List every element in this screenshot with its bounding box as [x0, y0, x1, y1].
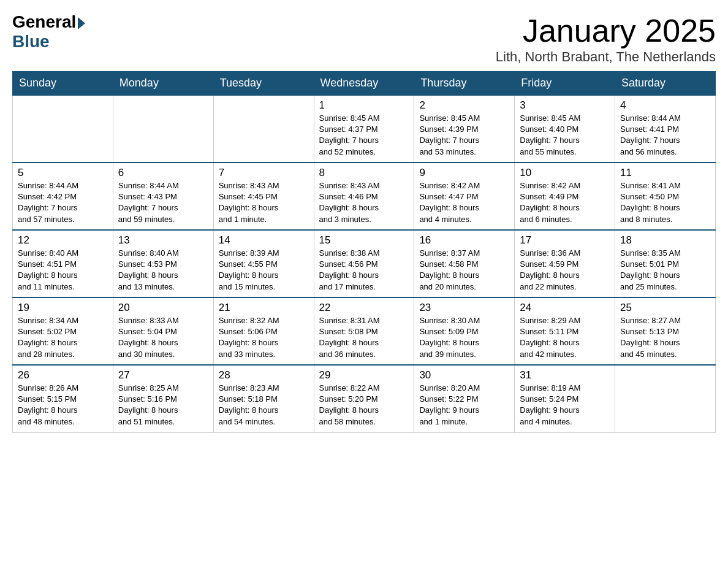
col-header-sunday: Sunday — [13, 72, 113, 96]
calendar-cell: 15Sunrise: 8:38 AMSunset: 4:56 PMDayligh… — [314, 230, 414, 297]
day-number: 22 — [319, 302, 409, 314]
day-info: Sunrise: 8:36 AMSunset: 4:59 PMDaylight:… — [520, 248, 610, 293]
calendar-cell: 7Sunrise: 8:43 AMSunset: 4:45 PMDaylight… — [213, 163, 314, 230]
col-header-saturday: Saturday — [615, 72, 716, 96]
location-text: Lith, North Brabant, The Netherlands — [496, 49, 716, 65]
day-number: 5 — [18, 167, 108, 179]
week-row-1: 1Sunrise: 8:45 AMSunset: 4:37 PMDaylight… — [13, 95, 716, 163]
logo-general-text: General — [12, 12, 76, 32]
calendar-cell: 2Sunrise: 8:45 AMSunset: 4:39 PMDaylight… — [414, 95, 515, 163]
day-number: 13 — [118, 234, 208, 247]
day-number: 4 — [620, 99, 710, 112]
calendar-cell: 18Sunrise: 8:35 AMSunset: 5:01 PMDayligh… — [615, 230, 716, 297]
calendar-table: SundayMondayTuesdayWednesdayThursdayFrid… — [12, 71, 716, 433]
calendar-cell — [615, 365, 716, 432]
calendar-cell — [213, 95, 314, 163]
calendar-cell: 19Sunrise: 8:34 AMSunset: 5:02 PMDayligh… — [13, 297, 113, 365]
day-number: 12 — [18, 234, 108, 247]
calendar-cell: 28Sunrise: 8:23 AMSunset: 5:18 PMDayligh… — [213, 365, 314, 432]
col-header-friday: Friday — [515, 72, 615, 96]
day-number: 24 — [520, 302, 610, 314]
day-info: Sunrise: 8:25 AMSunset: 5:16 PMDaylight:… — [118, 383, 208, 427]
calendar-cell: 31Sunrise: 8:19 AMSunset: 5:24 PMDayligh… — [515, 365, 615, 432]
logo-arrow-icon — [78, 17, 85, 29]
col-header-tuesday: Tuesday — [213, 72, 314, 96]
day-info: Sunrise: 8:23 AMSunset: 5:18 PMDaylight:… — [219, 383, 309, 427]
calendar-cell: 21Sunrise: 8:32 AMSunset: 5:06 PMDayligh… — [213, 297, 314, 365]
day-number: 30 — [419, 369, 509, 381]
day-number: 6 — [118, 167, 208, 179]
calendar-cell: 27Sunrise: 8:25 AMSunset: 5:16 PMDayligh… — [113, 365, 213, 432]
day-info: Sunrise: 8:26 AMSunset: 5:15 PMDaylight:… — [18, 383, 108, 427]
calendar-cell: 1Sunrise: 8:45 AMSunset: 4:37 PMDaylight… — [314, 95, 414, 163]
day-info: Sunrise: 8:35 AMSunset: 5:01 PMDaylight:… — [620, 248, 710, 293]
calendar-cell: 20Sunrise: 8:33 AMSunset: 5:04 PMDayligh… — [113, 297, 213, 365]
day-info: Sunrise: 8:42 AMSunset: 4:49 PMDaylight:… — [520, 180, 610, 225]
logo-blue-text: Blue — [12, 32, 50, 52]
day-number: 19 — [18, 302, 108, 314]
calendar-cell: 17Sunrise: 8:36 AMSunset: 4:59 PMDayligh… — [515, 230, 615, 297]
calendar-cell: 22Sunrise: 8:31 AMSunset: 5:08 PMDayligh… — [314, 297, 414, 365]
calendar-cell: 25Sunrise: 8:27 AMSunset: 5:13 PMDayligh… — [615, 297, 716, 365]
col-header-thursday: Thursday — [414, 72, 515, 96]
day-number: 10 — [520, 167, 610, 179]
day-info: Sunrise: 8:32 AMSunset: 5:06 PMDaylight:… — [219, 315, 309, 360]
day-info: Sunrise: 8:41 AMSunset: 4:50 PMDaylight:… — [620, 180, 710, 225]
calendar-cell: 14Sunrise: 8:39 AMSunset: 4:55 PMDayligh… — [213, 230, 314, 297]
calendar-cell: 29Sunrise: 8:22 AMSunset: 5:20 PMDayligh… — [314, 365, 414, 432]
week-row-3: 12Sunrise: 8:40 AMSunset: 4:51 PMDayligh… — [13, 230, 716, 297]
day-info: Sunrise: 8:27 AMSunset: 5:13 PMDaylight:… — [620, 315, 710, 360]
day-number: 16 — [419, 234, 509, 247]
calendar-cell: 9Sunrise: 8:42 AMSunset: 4:47 PMDaylight… — [414, 163, 515, 230]
day-info: Sunrise: 8:45 AMSunset: 4:40 PMDaylight:… — [520, 113, 610, 158]
week-row-2: 5Sunrise: 8:44 AMSunset: 4:42 PMDaylight… — [13, 163, 716, 230]
day-info: Sunrise: 8:43 AMSunset: 4:45 PMDaylight:… — [219, 180, 309, 225]
calendar-cell: 11Sunrise: 8:41 AMSunset: 4:50 PMDayligh… — [615, 163, 716, 230]
day-number: 25 — [620, 302, 710, 314]
title-section: January 2025 Lith, North Brabant, The Ne… — [496, 12, 716, 65]
day-info: Sunrise: 8:42 AMSunset: 4:47 PMDaylight:… — [419, 180, 509, 225]
calendar-cell: 23Sunrise: 8:30 AMSunset: 5:09 PMDayligh… — [414, 297, 515, 365]
calendar-cell — [13, 95, 113, 163]
day-info: Sunrise: 8:30 AMSunset: 5:09 PMDaylight:… — [419, 315, 509, 360]
day-info: Sunrise: 8:39 AMSunset: 4:55 PMDaylight:… — [219, 248, 309, 293]
day-number: 15 — [319, 234, 409, 247]
day-number: 23 — [419, 302, 509, 314]
calendar-cell: 3Sunrise: 8:45 AMSunset: 4:40 PMDaylight… — [515, 95, 615, 163]
col-header-wednesday: Wednesday — [314, 72, 414, 96]
calendar-cell: 6Sunrise: 8:44 AMSunset: 4:43 PMDaylight… — [113, 163, 213, 230]
day-number: 9 — [419, 167, 509, 179]
day-number: 20 — [118, 302, 208, 314]
day-info: Sunrise: 8:40 AMSunset: 4:53 PMDaylight:… — [118, 248, 208, 293]
day-number: 26 — [18, 369, 108, 381]
day-number: 14 — [219, 234, 309, 247]
month-title: January 2025 — [496, 12, 716, 49]
calendar-cell: 8Sunrise: 8:43 AMSunset: 4:46 PMDaylight… — [314, 163, 414, 230]
day-info: Sunrise: 8:33 AMSunset: 5:04 PMDaylight:… — [118, 315, 208, 360]
day-info: Sunrise: 8:44 AMSunset: 4:42 PMDaylight:… — [18, 180, 108, 225]
day-number: 17 — [520, 234, 610, 247]
day-info: Sunrise: 8:20 AMSunset: 5:22 PMDaylight:… — [419, 383, 509, 427]
day-number: 3 — [520, 99, 610, 112]
page-header: General Blue January 2025 Lith, North Br… — [12, 12, 716, 65]
calendar-cell: 26Sunrise: 8:26 AMSunset: 5:15 PMDayligh… — [13, 365, 113, 432]
day-info: Sunrise: 8:34 AMSunset: 5:02 PMDaylight:… — [18, 315, 108, 360]
calendar-header-row: SundayMondayTuesdayWednesdayThursdayFrid… — [13, 72, 716, 96]
day-info: Sunrise: 8:43 AMSunset: 4:46 PMDaylight:… — [319, 180, 409, 225]
calendar-cell: 5Sunrise: 8:44 AMSunset: 4:42 PMDaylight… — [13, 163, 113, 230]
week-row-4: 19Sunrise: 8:34 AMSunset: 5:02 PMDayligh… — [13, 297, 716, 365]
day-info: Sunrise: 8:29 AMSunset: 5:11 PMDaylight:… — [520, 315, 610, 360]
logo: General Blue — [12, 12, 85, 52]
day-info: Sunrise: 8:44 AMSunset: 4:41 PMDaylight:… — [620, 113, 710, 158]
calendar-cell: 12Sunrise: 8:40 AMSunset: 4:51 PMDayligh… — [13, 230, 113, 297]
day-number: 7 — [219, 167, 309, 179]
day-number: 27 — [118, 369, 208, 381]
day-info: Sunrise: 8:38 AMSunset: 4:56 PMDaylight:… — [319, 248, 409, 293]
day-info: Sunrise: 8:40 AMSunset: 4:51 PMDaylight:… — [18, 248, 108, 293]
day-info: Sunrise: 8:45 AMSunset: 4:37 PMDaylight:… — [319, 113, 409, 158]
calendar-cell: 24Sunrise: 8:29 AMSunset: 5:11 PMDayligh… — [515, 297, 615, 365]
calendar-cell: 4Sunrise: 8:44 AMSunset: 4:41 PMDaylight… — [615, 95, 716, 163]
col-header-monday: Monday — [113, 72, 213, 96]
day-info: Sunrise: 8:45 AMSunset: 4:39 PMDaylight:… — [419, 113, 509, 158]
calendar-cell: 30Sunrise: 8:20 AMSunset: 5:22 PMDayligh… — [414, 365, 515, 432]
